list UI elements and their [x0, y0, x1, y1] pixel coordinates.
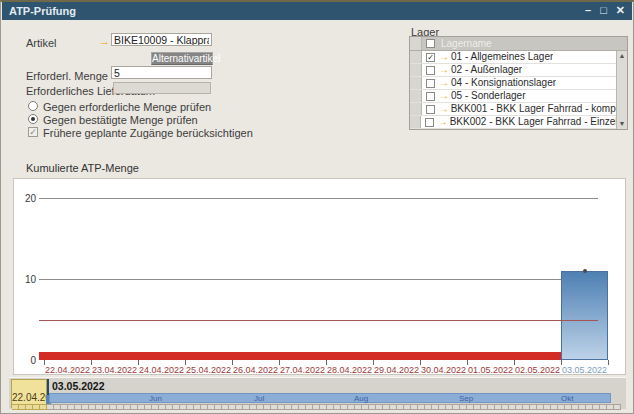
- ruler-cell: [313, 404, 320, 410]
- ruler-cell: [593, 404, 600, 410]
- ruler-cell: [376, 404, 383, 410]
- ruler-cell: [453, 404, 460, 410]
- ruler-cell: [12, 404, 19, 410]
- ruler-cell: [341, 404, 348, 410]
- ruler-cell: [257, 404, 264, 410]
- radio-erforderliche-menge[interactable]: [28, 101, 38, 111]
- ruler-cell: [208, 404, 215, 410]
- artikel-input[interactable]: [111, 33, 212, 46]
- ruler-cell: [572, 404, 579, 410]
- navigator-month-label: Sep: [459, 394, 473, 403]
- warehouse-checkbox[interactable]: ✓: [426, 53, 435, 62]
- x-axis-tick: [608, 360, 609, 365]
- ruler-cell: [250, 404, 257, 410]
- link-arrow-icon[interactable]: →: [439, 51, 449, 63]
- warehouse-checkbox[interactable]: [426, 105, 435, 114]
- ruler-cell: [180, 404, 187, 410]
- ruler-cell: [558, 404, 565, 410]
- ruler-cell: [383, 404, 390, 410]
- warehouse-name: BKK001 - BKK Lager Fahrrad - komplett: [451, 103, 627, 115]
- window-titlebar[interactable]: ATP-Prüfung –□✕: [2, 2, 632, 20]
- ruler-cell: [26, 404, 33, 410]
- navigator-month-label: Okt: [561, 394, 573, 403]
- x-axis-date-label: 22.04.2022: [44, 365, 91, 375]
- header-selector-cell: [410, 37, 422, 50]
- ruler-cell: [278, 404, 285, 410]
- ruler-cell: [474, 404, 481, 410]
- header-checkbox[interactable]: [426, 39, 435, 48]
- artikel-label: Artikel: [26, 37, 57, 49]
- ruler-cell: [432, 404, 439, 410]
- lager-column-header: Lagername: [439, 37, 492, 50]
- row-selector-cell[interactable]: [410, 116, 421, 128]
- row-selector-cell[interactable]: [410, 64, 422, 76]
- row-selector-cell[interactable]: [410, 90, 422, 102]
- minimize-button[interactable]: –: [585, 2, 591, 20]
- date-navigator[interactable]: 22.04.2022 03.05.2022 JunJulAugSepOkt: [9, 377, 626, 409]
- ruler-cell: [439, 404, 446, 410]
- link-arrow-icon[interactable]: →: [439, 64, 449, 76]
- ruler-cell: [54, 404, 61, 410]
- ruler-cell: [614, 404, 621, 410]
- warehouse-name: 02 - Außenlager: [451, 64, 522, 76]
- x-axis-date-label: 26.04.2022: [232, 365, 279, 375]
- ruler-cell: [404, 404, 411, 410]
- ruler-cell: [509, 404, 516, 410]
- ruler-cell: [243, 404, 250, 410]
- atp-chart: 0102022.04.202223.04.202224.04.202225.04…: [13, 178, 626, 375]
- ruler-cell: [348, 404, 355, 410]
- link-arrow-icon[interactable]: →: [439, 90, 449, 102]
- ruler-cell: [530, 404, 537, 410]
- maximize-button[interactable]: □: [600, 2, 607, 20]
- radio-erforderliche-label[interactable]: Gegen erforderliche Menge prüfen: [43, 101, 211, 113]
- lager-row[interactable]: →02 - Außenlager: [410, 64, 627, 77]
- ruler-cell: [103, 404, 110, 410]
- row-selector-cell[interactable]: [410, 103, 422, 115]
- close-button[interactable]: ✕: [616, 2, 625, 20]
- lager-row[interactable]: →BKK002 - BKK Lager Fahrrad - Einzelteil…: [410, 116, 627, 129]
- radio-bestaetigte-label[interactable]: Gegen bestätigte Menge prüfen: [43, 114, 198, 126]
- ruler-cell: [411, 404, 418, 410]
- link-arrow-icon[interactable]: →: [439, 77, 449, 89]
- ruler-cell: [523, 404, 530, 410]
- warehouse-checkbox[interactable]: [426, 92, 435, 101]
- warehouse-checkbox[interactable]: [426, 66, 435, 75]
- scroll-down-icon[interactable]: ▼: [617, 119, 627, 129]
- selection-date-label: 22.04.2022: [12, 392, 47, 403]
- ruler-cell: [201, 404, 208, 410]
- ruler-cell: [586, 404, 593, 410]
- alternativartikel-button[interactable]: Alternativartikel: [151, 52, 213, 65]
- lager-row[interactable]: →05 - Sonderlager: [410, 90, 627, 103]
- x-axis-date-label: 02.05.2022: [514, 365, 561, 375]
- link-arrow-icon[interactable]: →: [99, 35, 110, 47]
- navigator-range-band[interactable]: [49, 393, 611, 403]
- warehouse-checkbox[interactable]: [425, 118, 434, 127]
- ruler-cell: [600, 404, 607, 410]
- x-axis-date-label: 30.04.2022: [420, 365, 467, 375]
- lager-scrollbar[interactable]: ▲ ▼: [616, 51, 627, 129]
- scroll-up-icon[interactable]: ▲: [617, 51, 627, 61]
- lager-row[interactable]: →04 - Konsignationslager: [410, 77, 627, 90]
- ruler-cell: [299, 404, 306, 410]
- ruler-cell: [47, 404, 54, 410]
- zugaenge-checkbox[interactable]: ✓: [28, 127, 38, 137]
- row-selector-cell[interactable]: [410, 51, 422, 63]
- warehouse-checkbox[interactable]: [426, 79, 435, 88]
- ruler-cell: [516, 404, 523, 410]
- menge-input[interactable]: [111, 66, 212, 79]
- y-axis-label: 10: [16, 274, 36, 285]
- link-arrow-icon[interactable]: →: [439, 103, 449, 115]
- radio-bestaetigte-menge[interactable]: [28, 114, 38, 124]
- ruler-cell: [495, 404, 502, 410]
- link-arrow-icon[interactable]: →: [438, 116, 448, 128]
- lager-row[interactable]: →BKK001 - BKK Lager Fahrrad - komplett: [410, 103, 627, 116]
- ruler-cell: [110, 404, 117, 410]
- ruler-cell: [19, 404, 26, 410]
- ruler-cell: [82, 404, 89, 410]
- lager-row[interactable]: ✓→01 - Allgemeines Lager: [410, 51, 627, 64]
- ruler-cell: [460, 404, 467, 410]
- ruler-cell: [131, 404, 138, 410]
- row-selector-cell[interactable]: [410, 77, 422, 89]
- ruler-cell: [320, 404, 327, 410]
- lager-table[interactable]: Lagername ✓→01 - Allgemeines Lager→02 - …: [409, 36, 628, 130]
